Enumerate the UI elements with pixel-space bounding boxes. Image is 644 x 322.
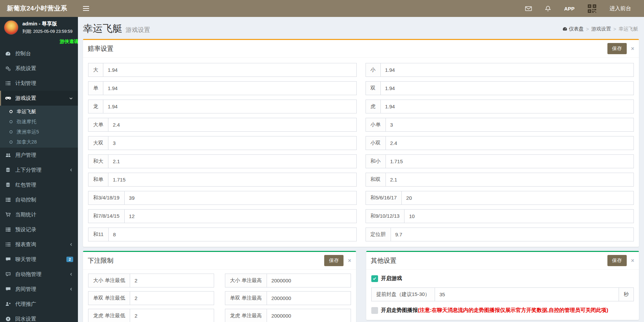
- sidebar-item-label: 红包管理: [15, 181, 36, 189]
- odds-input[interactable]: [380, 81, 634, 95]
- cart-icon: [5, 212, 11, 217]
- limit-min-input[interactable]: [130, 309, 214, 322]
- odds-input[interactable]: [386, 118, 634, 132]
- sidebar-subitem-aozhou-xingyun5[interactable]: 澳洲幸运5: [0, 127, 78, 137]
- odds-input[interactable]: [391, 228, 634, 241]
- odds-input[interactable]: [108, 154, 357, 168]
- circle-icon: [9, 140, 13, 144]
- limit-min-input[interactable]: [130, 291, 214, 305]
- sidebar-item-system-settings[interactable]: 系统设置: [0, 61, 78, 76]
- limit-max-input[interactable]: [267, 291, 351, 305]
- sidebar-item-agent-promotion[interactable]: 代理推广: [0, 297, 78, 312]
- database-icon: [5, 167, 11, 173]
- bet-limit-row: 龙虎 单注最低 龙虎 单注最高: [88, 309, 351, 322]
- sidebar-item-label: 预设记录: [15, 226, 36, 233]
- pre-close-input[interactable]: [435, 287, 619, 301]
- sidebar-toggle-button[interactable]: [78, 0, 94, 17]
- sidebar-item-plan-management[interactable]: 计划管理: [0, 76, 78, 91]
- odds-input[interactable]: [386, 136, 634, 150]
- sidebar-subitem-jianada28[interactable]: 加拿大28: [0, 137, 78, 147]
- odds-input[interactable]: [386, 154, 634, 168]
- bet-limit-save-button[interactable]: 保存: [324, 255, 344, 266]
- chat-icon: [5, 257, 11, 262]
- sidebar-item-auto-bot-management[interactable]: 自动拖管理: [0, 267, 78, 282]
- odds-input[interactable]: [108, 136, 357, 150]
- odds-save-button[interactable]: 保存: [607, 43, 627, 54]
- sidebar-item-label: 系统设置: [15, 65, 36, 72]
- odds-input[interactable]: [108, 173, 357, 187]
- bet-limit-panel-body: 大小 单注最低 大小 单注最高 单双 单注最低 单双 单注最高 龙虎 单注最低 …: [83, 270, 356, 322]
- sidebar-subitem-label: 澳洲幸运5: [17, 129, 39, 135]
- odds-input[interactable]: [401, 191, 634, 205]
- bet-limit-panel-title: 下注限制: [88, 256, 113, 265]
- other-settings-close-icon[interactable]: ×: [631, 258, 634, 263]
- odds-input[interactable]: [124, 209, 357, 223]
- odds-input[interactable]: [103, 100, 357, 113]
- avatar: [4, 20, 18, 35]
- sidebar-item-current-stats[interactable]: 当期统计: [0, 207, 78, 222]
- sidebar-item-points-management[interactable]: 上下分管理: [0, 163, 78, 177]
- enter-frontend-link[interactable]: 进入前台: [609, 5, 631, 12]
- sidebar-item-game-settings[interactable]: 游戏设置: [0, 91, 78, 106]
- app-link[interactable]: APP: [564, 6, 575, 12]
- circle-icon: [9, 130, 13, 134]
- chevron-left-icon: [69, 287, 73, 291]
- sidebar-subitem-label: 劲速摩托: [17, 119, 36, 125]
- pre-close-label: 提前封盘（建议15-30）: [371, 287, 435, 301]
- sidebar-item-label: 计划管理: [15, 80, 36, 87]
- bet-limit-close-icon[interactable]: ×: [348, 258, 351, 263]
- circle-icon: [9, 120, 13, 124]
- odds-field-label: 和小: [366, 154, 386, 168]
- odds-field-row: 定位胆: [366, 228, 634, 241]
- sidebar-item-report-query[interactable]: 报表查询: [0, 237, 78, 252]
- sidebar-item-preset-records[interactable]: 预设记录: [0, 222, 78, 237]
- odds-input[interactable]: [103, 81, 357, 95]
- breadcrumb-home-link[interactable]: 仪表盘: [562, 26, 584, 32]
- odds-input[interactable]: [108, 118, 357, 132]
- breadcrumb-separator: >: [614, 26, 616, 32]
- sidebar-item-chat-management[interactable]: 聊天管理 2: [0, 252, 78, 267]
- sidebar-subitem-xingyun-feiting[interactable]: 幸运飞艇: [0, 106, 78, 116]
- odds-input[interactable]: [380, 63, 634, 77]
- sidebar-item-rebate-settings[interactable]: 回水设置: [0, 312, 78, 322]
- trend-broadcast-checkbox[interactable]: [371, 307, 378, 314]
- sidebar-item-room-management[interactable]: 房间管理: [0, 282, 78, 297]
- qr-code-button[interactable]: [587, 4, 597, 13]
- sidebar-subitem-jinsu-motuo[interactable]: 劲速摩托: [0, 116, 78, 127]
- other-settings-panel-body: 开启游戏 提前封盘（建议15-30） 秒 开启走势图播报(注意:在聊天消息流内的…: [366, 270, 639, 320]
- breadcrumb-section-link[interactable]: 游戏设置: [591, 26, 611, 32]
- limit-max-input[interactable]: [267, 274, 351, 287]
- qr-code-icon: [587, 4, 597, 13]
- notifications-button[interactable]: [545, 5, 551, 12]
- odds-input[interactable]: [124, 191, 357, 205]
- notice-marquee-text: 游侠邀请: [60, 39, 78, 45]
- notice-marquee: 游侠邀请: [0, 38, 78, 45]
- messages-button[interactable]: [525, 6, 532, 12]
- odds-input[interactable]: [404, 209, 634, 223]
- odds-input[interactable]: [108, 228, 357, 241]
- sidebar-item-redpacket-management[interactable]: 红包管理: [0, 177, 78, 192]
- odds-field-label: 大: [88, 63, 103, 77]
- circle-icon: [9, 109, 13, 114]
- odds-input[interactable]: [103, 63, 357, 77]
- sidebar-item-label: 当期统计: [15, 211, 36, 218]
- comment-icon: [5, 272, 11, 277]
- odds-close-icon[interactable]: ×: [631, 46, 634, 51]
- sidebar-item-dashboard[interactable]: 控制台: [0, 46, 78, 61]
- enable-game-checkbox[interactable]: [371, 275, 378, 282]
- odds-field-row: 小: [366, 63, 634, 77]
- other-settings-save-button[interactable]: 保存: [607, 255, 627, 266]
- limit-max-input[interactable]: [267, 309, 351, 322]
- odds-field-label: 和3/4/18/19: [88, 191, 124, 205]
- sidebar-item-auto-control[interactable]: 自动控制: [0, 192, 78, 207]
- odds-panel: 赔率设置 保存 × 大 小 单 双 龙 虎 大单 小单 大双 小双 和大 和小 …: [83, 39, 639, 247]
- sidebar-item-user-management[interactable]: 用户管理: [0, 148, 78, 163]
- limit-min-input[interactable]: [130, 274, 214, 287]
- breadcrumb: 仪表盘 > 游戏设置 > 幸运飞艇: [562, 26, 638, 32]
- odds-input[interactable]: [380, 100, 634, 113]
- sidebar-item-label: 上下分管理: [15, 167, 42, 174]
- odds-input[interactable]: [386, 173, 634, 187]
- odds-field-label: 定位胆: [366, 228, 391, 241]
- limit-min-label: 龙虎 单注最低: [88, 309, 130, 322]
- odds-field-label: 小单: [366, 118, 386, 132]
